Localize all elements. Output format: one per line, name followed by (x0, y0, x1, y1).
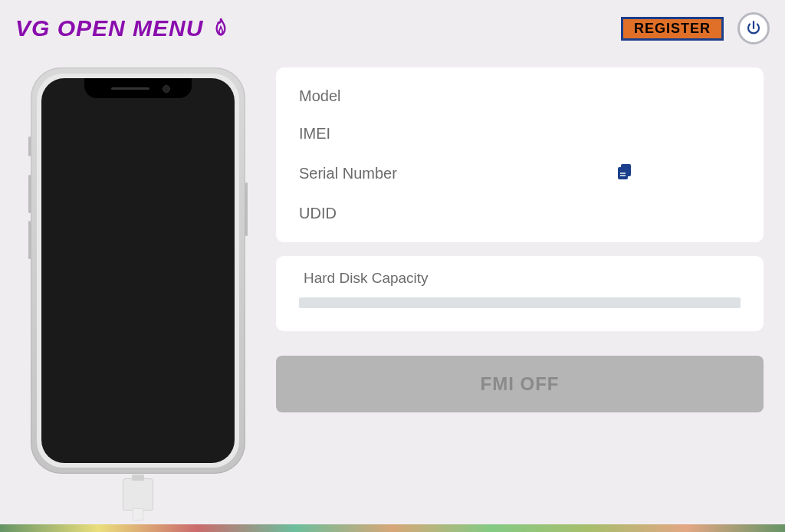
phone-illustration (31, 67, 245, 488)
device-info-card: Model IMEI Serial Number UDID (276, 67, 764, 242)
udid-label: UDID (299, 205, 337, 222)
app-title: VG OPEN MENU (15, 15, 231, 41)
info-panels: Model IMEI Serial Number UDID (276, 67, 764, 488)
imei-label: IMEI (299, 125, 330, 143)
header: VG OPEN MENU REGISTER (0, 0, 785, 46)
fire-icon (211, 17, 231, 40)
app-title-text: VG OPEN MENU (15, 15, 203, 41)
main-content: Model IMEI Serial Number UDID (0, 46, 785, 488)
imei-row: IMEI (299, 125, 741, 143)
serial-row: Serial Number (299, 163, 741, 185)
copy-icon[interactable] (616, 163, 633, 185)
power-button[interactable] (737, 12, 770, 44)
fmi-off-button[interactable]: FMI OFF (276, 356, 764, 412)
serial-label: Serial Number (299, 165, 397, 182)
storage-card: Hard Disk Capacity (276, 256, 764, 331)
lightning-connector-icon (123, 478, 153, 511)
register-button[interactable]: REGISTER (621, 17, 724, 41)
storage-label: Hard Disk Capacity (304, 270, 741, 287)
storage-progress (299, 297, 741, 308)
power-icon (744, 19, 763, 38)
udid-row: UDID (299, 205, 741, 222)
background-strip (0, 524, 785, 532)
model-row: Model (299, 87, 741, 105)
model-label: Model (299, 87, 340, 105)
